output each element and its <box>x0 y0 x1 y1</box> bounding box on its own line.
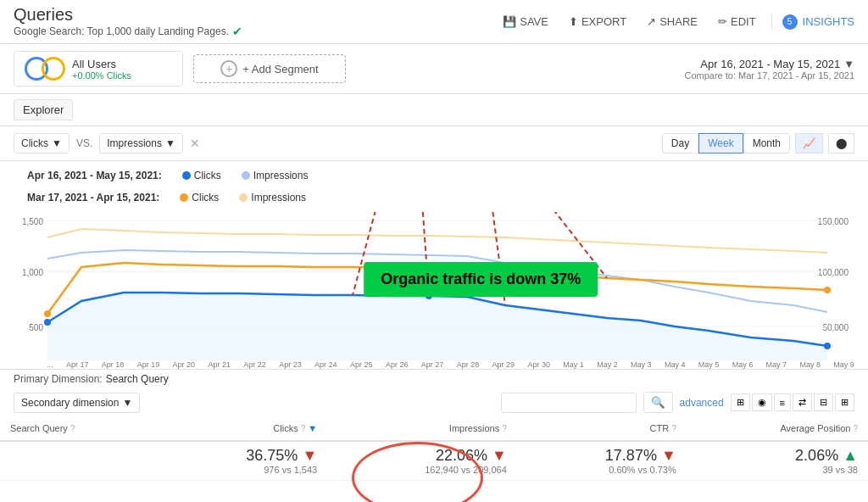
help-icon-ctr[interactable]: ? <box>671 424 676 433</box>
svg-point-12 <box>824 343 831 349</box>
legend-section: Apr 16, 2021 - May 15, 2021: Clicks Impr… <box>0 161 868 212</box>
metric1-label: Clicks <box>21 137 48 149</box>
help-icon-avg-pos[interactable]: ? <box>853 424 858 433</box>
header-left: Queries Google Search: Top 1,000 daily L… <box>14 5 242 38</box>
metric2-arrow: ▼ <box>165 137 175 149</box>
legend-row-2: Mar 17, 2021 - Apr 15, 2021: Clicks Impr… <box>14 187 854 209</box>
x-axis: ... Apr 17 Apr 18 Apr 19 Apr 20 Apr 21 A… <box>0 360 868 369</box>
line-chart-button[interactable]: 📈 <box>795 133 823 153</box>
advanced-link[interactable]: advanced <box>680 397 724 409</box>
add-segment-button[interactable]: + + Add Segment <box>193 54 346 83</box>
share-button[interactable]: ↗ SHARE <box>642 12 703 31</box>
col-search-query: Search Query ? <box>0 416 158 441</box>
secondary-dimension-dropdown[interactable]: Secondary dimension ▼ <box>14 393 140 413</box>
legend-date-1: Apr 16, 2021 - May 15, 2021: <box>27 170 162 181</box>
vs-label: VS. <box>76 137 92 149</box>
clicks-down-arrow: ▼ <box>302 447 317 464</box>
page-subtitle: Google Search: Top 1,000 daily Landing P… <box>14 25 242 38</box>
edit-icon: ✏ <box>718 15 727 28</box>
svg-point-10 <box>44 319 51 326</box>
primary-dimension-value: Search Query <box>106 373 169 385</box>
dot-blue-light <box>242 171 250 180</box>
bottom-section: Primary Dimension: Search Query <box>0 369 868 388</box>
legend-date-2: Mar 17, 2021 - Apr 15, 2021: <box>27 192 159 204</box>
dot-orange-light <box>239 193 248 202</box>
add-segment-label: + Add Segment <box>242 63 318 75</box>
header-actions: 💾 SAVE ⬆ EXPORT ↗ SHARE ✏ EDIT 5 INSIGHT… <box>498 12 854 31</box>
period-day-button[interactable]: Day <box>662 133 698 153</box>
save-icon: 💾 <box>503 15 516 28</box>
insights-badge: 5 <box>782 14 798 30</box>
edit-button[interactable]: ✏ EDIT <box>713 12 761 31</box>
controls-right: Day Week Month 📈 ⬤ <box>662 133 854 153</box>
help-icon-impressions[interactable]: ? <box>502 424 507 433</box>
pie-chart-button[interactable]: ⬤ <box>828 133 854 153</box>
metric2-label: Impressions <box>107 137 162 149</box>
table-pivot-button[interactable]: ⊟ <box>814 393 833 411</box>
svg-text:100,000: 100,000 <box>818 268 849 277</box>
table-header-row: Search Query ? Clicks ? ▼ Impressions ? … <box>0 416 868 441</box>
date-range-main[interactable]: Apr 16, 2021 - May 15, 2021 ▼ <box>700 58 854 70</box>
metric1-arrow: ▼ <box>52 137 62 149</box>
dropdown-icon: ▼ <box>122 397 132 409</box>
search-row: 🔍 advanced ⊞ ◉ ≡ ⇄ ⊟ ⊞ <box>501 392 854 413</box>
legend-clicks-2: Clicks <box>180 192 219 204</box>
clicks-sub: 976 vs 1,543 <box>168 465 317 475</box>
share-icon: ↗ <box>647 15 656 28</box>
clicks-value: 36.75% ▼ <box>168 447 317 465</box>
segment-circles <box>25 57 65 81</box>
export-icon: ⬆ <box>569 15 578 28</box>
period-buttons: Day Week Month <box>662 133 790 153</box>
clicks-cell: 36.75% ▼ 976 vs 1,543 <box>158 441 327 481</box>
col-impressions: Impressions ? <box>327 416 517 441</box>
export-button[interactable]: ⬆ EXPORT <box>564 12 632 31</box>
impressions-value: 22.06% ▼ <box>337 447 507 465</box>
period-month-button[interactable]: Month <box>743 133 790 153</box>
sort-icon-clicks[interactable]: ▼ <box>308 423 317 433</box>
table-view-buttons: ⊞ ◉ ≡ ⇄ ⊟ ⊞ <box>731 393 854 411</box>
dot-orange <box>180 193 188 202</box>
table-grid-button[interactable]: ⊞ <box>731 393 750 411</box>
date-range-section: Apr 16, 2021 - May 15, 2021 ▼ Compare to… <box>684 58 854 81</box>
metric2-dropdown[interactable]: Impressions ▼ <box>99 133 183 153</box>
secondary-row: Secondary dimension ▼ 🔍 advanced ⊞ ◉ ≡ ⇄… <box>0 388 868 416</box>
help-icon-query[interactable]: ? <box>70 424 75 433</box>
svg-text:1,000: 1,000 <box>22 268 43 277</box>
table-compare-button[interactable]: ⇄ <box>793 393 812 411</box>
col-avg-pos: Average Position ? <box>687 416 868 441</box>
date-range-compare: Compare to: Mar 17, 2021 - Apr 15, 2021 <box>684 70 854 81</box>
segment-info: All Users +0.00% Clicks <box>72 58 131 81</box>
metric1-dropdown[interactable]: Clicks ▼ <box>14 133 70 153</box>
all-users-segment[interactable]: All Users +0.00% Clicks <box>14 51 183 86</box>
period-week-button[interactable]: Week <box>698 133 743 153</box>
legend-row-1: Apr 16, 2021 - May 15, 2021: Clicks Impr… <box>14 165 854 187</box>
dropdown-arrow-icon: ▼ <box>843 58 854 70</box>
explorer-tab-bar: Explorer <box>0 94 868 126</box>
search-input[interactable] <box>501 393 637 413</box>
search-button[interactable]: 🔍 <box>643 392 673 413</box>
svg-point-15 <box>824 287 831 293</box>
subtitle-text: Google Search: Top 1,000 daily Landing P… <box>14 25 229 37</box>
tab-explorer[interactable]: Explorer <box>14 99 73 120</box>
data-table: Search Query ? Clicks ? ▼ Impressions ? … <box>0 416 868 481</box>
insights-button[interactable]: 5 INSIGHTS <box>771 14 854 30</box>
table-custom-button[interactable]: ⊞ <box>835 393 854 411</box>
help-icon-clicks[interactable]: ? <box>301 424 306 433</box>
segment-name: All Users <box>72 58 131 70</box>
search-query-cell <box>0 441 158 481</box>
svg-text:500: 500 <box>29 323 43 332</box>
legend-impressions-2: Impressions <box>239 192 306 204</box>
primary-dimension-row: Primary Dimension: Search Query <box>14 373 169 385</box>
ctr-sub: 0.60% vs 0.73% <box>527 465 676 475</box>
col-clicks: Clicks ? ▼ <box>158 416 327 441</box>
segment-pct: +0.00% Clicks <box>72 70 131 81</box>
impressions-sub: 162,940 vs 209,064 <box>337 465 507 475</box>
legend-clicks-1: Clicks <box>182 170 221 181</box>
circle-orange <box>42 57 65 81</box>
remove-metric-button[interactable]: ✕ <box>190 137 200 150</box>
svg-text:50,000: 50,000 <box>822 323 849 332</box>
svg-point-13 <box>44 310 51 317</box>
table-pie-button[interactable]: ◉ <box>752 393 772 411</box>
save-button[interactable]: 💾 SAVE <box>498 12 554 31</box>
table-bar-button[interactable]: ≡ <box>774 393 791 411</box>
